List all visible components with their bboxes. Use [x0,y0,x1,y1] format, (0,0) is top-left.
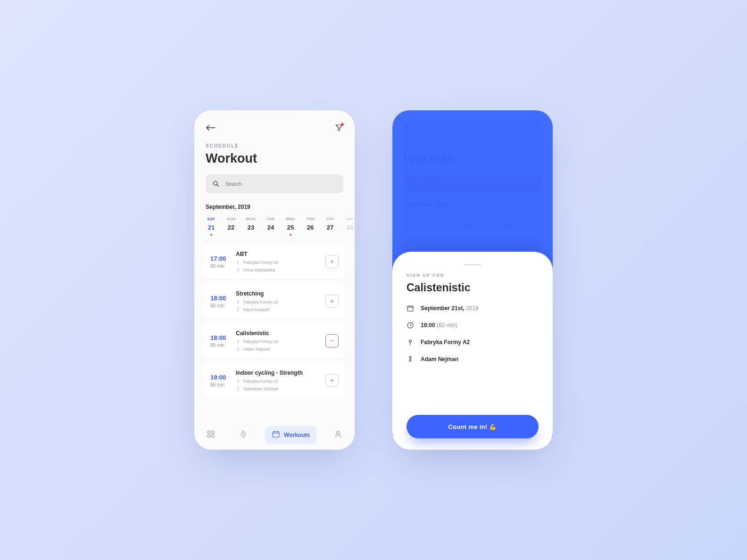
search-input[interactable]: Search [206,174,343,193]
grid-icon [207,430,215,440]
calendar-week-strip: SAT21SUN22MON23TUE24WED25THU26FRI27SAT28 [194,210,355,240]
clock-icon [407,321,414,329]
detail-trainer: Adam Nejman [407,355,539,363]
page-title: Workout [206,151,343,166]
calendar-day[interactable]: SAT28 [344,217,355,236]
class-name: Stretching [236,290,325,297]
svg-rect-10 [211,431,214,433]
detail-location: Fabryka Formy A2 [407,338,539,346]
tab-grid[interactable] [200,426,222,444]
phone-signup-sheet: SCHEDULE Workout Search September, 2019 … [392,110,553,450]
calendar-icon [407,305,414,312]
svg-rect-12 [211,435,214,437]
class-time: 17:00 [210,255,236,262]
calendar-icon [272,430,280,440]
class-card[interactable]: 18:00 60 min Stretching Fabryka Formy A2… [204,284,345,319]
svg-point-16 [411,181,415,184]
class-info: Stretching Fabryka Formy A2 Karol Kuback… [236,290,325,312]
remove-class-button[interactable] [325,334,339,347]
calendar-day[interactable]: FRI27 [324,217,336,236]
ghost-month: September, 2019 [404,202,541,208]
tab-label: Workouts [284,432,310,438]
class-location: Fabryka Formy A2 [236,379,325,384]
class-time-block: 19:00 60 min [210,374,236,387]
svg-point-7 [238,380,239,381]
class-location: Fabryka Formy A2 [236,260,325,265]
class-duration: 60 min [210,343,236,348]
back-button[interactable] [206,125,216,131]
detail-date: September 21st, 2019 [407,305,539,312]
class-name: ABT [236,251,325,257]
svg-point-4 [238,308,239,309]
calendar-month-label: September, 2019 [194,193,355,210]
filter-button[interactable] [335,124,343,132]
class-trainer: Karol Kubacki [236,307,325,312]
detail-time-strong: 18:00 [421,322,435,329]
class-time: 18:00 [210,295,236,302]
class-time: 18:00 [210,334,236,341]
sheet-drag-handle[interactable] [464,264,481,265]
svg-point-6 [238,347,239,349]
calendar-day: MON23 [443,215,455,229]
class-time-block: 18:00 60 min [210,334,236,348]
class-trainer: Sebastian Jóźwiak [236,387,325,391]
class-duration: 60 min [210,303,236,308]
class-info: ABT Fabryka Formy A2 Anna Majdańska [236,251,325,272]
detail-location-text: Fabryka Formy A2 [421,339,470,346]
calendar-day: THU26 [503,215,514,229]
svg-point-15 [337,431,340,434]
page-overline: SCHEDULE [206,143,343,148]
tab-calendar[interactable]: Workouts [265,426,316,444]
svg-point-5 [238,340,239,342]
svg-point-0 [214,181,217,185]
calendar-day[interactable]: MON23 [245,217,257,236]
count-me-in-button[interactable]: Count me in! 💪 [407,415,539,438]
cta-label: Count me in! 💪 [448,423,497,430]
calendar-day: TUE24 [463,215,474,229]
add-class-button[interactable] [325,374,339,387]
tab-watch[interactable] [232,426,254,444]
class-time-block: 17:00 60 min [210,255,236,269]
calendar-day: SAT21 [404,215,415,229]
class-trainer: Adam Nejman [236,347,325,352]
svg-point-20 [409,356,411,358]
add-class-button[interactable] [325,255,339,268]
calendar-day[interactable]: WED25 [285,217,296,236]
pin-icon [407,338,414,346]
calendar-day: SUN22 [423,215,435,229]
add-class-button[interactable] [325,295,339,308]
filter-badge-dot [341,123,344,126]
ghost-title: Workout [404,151,541,166]
detail-date-strong: September 21st, [421,305,465,312]
svg-point-2 [238,268,239,270]
class-info: Calistenistic Fabryka Formy A2 Adam Nejm… [236,330,325,352]
signup-sheet: SIGN UP FOR Calistenistic September 21st… [392,252,553,450]
calendar-day[interactable]: SUN22 [225,217,237,236]
class-list: 17:00 60 min ABT Fabryka Formy A2 Anna M… [194,240,355,398]
svg-point-8 [238,387,239,388]
calendar-day[interactable]: TUE24 [265,217,276,236]
calendar-day[interactable]: SAT21 [206,217,217,236]
detail-time-rest: (60 min) [435,322,457,329]
ghost-search-placeholder: Search [422,181,438,186]
class-name: Indoor cycling - Strength [236,370,325,376]
sheet-overline: SIGN UP FOR [407,273,539,278]
calendar-day: FRI27 [523,215,534,229]
person-icon [407,355,414,363]
sheet-title: Calistenistic [407,281,539,294]
class-location: Fabryka Formy A2 [236,300,325,305]
detail-trainer-text: Adam Nejman [421,356,458,362]
class-time: 19:00 [210,374,236,381]
svg-point-3 [238,301,239,302]
class-card[interactable]: 19:00 60 min Indoor cycling - Strength F… [204,363,345,398]
detail-date-rest: 2019 [465,305,479,312]
svg-rect-11 [208,435,210,437]
tab-user[interactable] [327,426,349,444]
class-card[interactable]: 17:00 60 min ABT Fabryka Formy A2 Anna M… [204,244,345,279]
class-card[interactable]: 18:00 60 min Calistenistic Fabryka Formy… [204,323,345,358]
ghost-calendar: SAT21SUN22MON23TUE24WED25THU26FRI27 [404,215,541,229]
calendar-day: WED25 [483,215,494,229]
calendar-day[interactable]: THU26 [305,217,316,236]
class-trainer: Anna Majdańska [236,268,325,272]
class-time-block: 18:00 60 min [210,295,236,308]
